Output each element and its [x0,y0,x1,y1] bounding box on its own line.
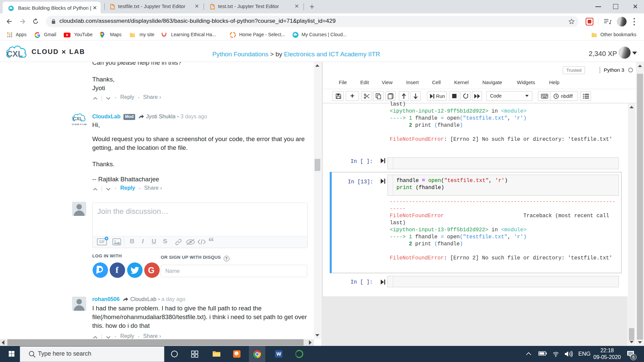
svg-text:CXL: CXL [73,116,83,121]
svg-text:CXL: CXL [7,49,23,58]
